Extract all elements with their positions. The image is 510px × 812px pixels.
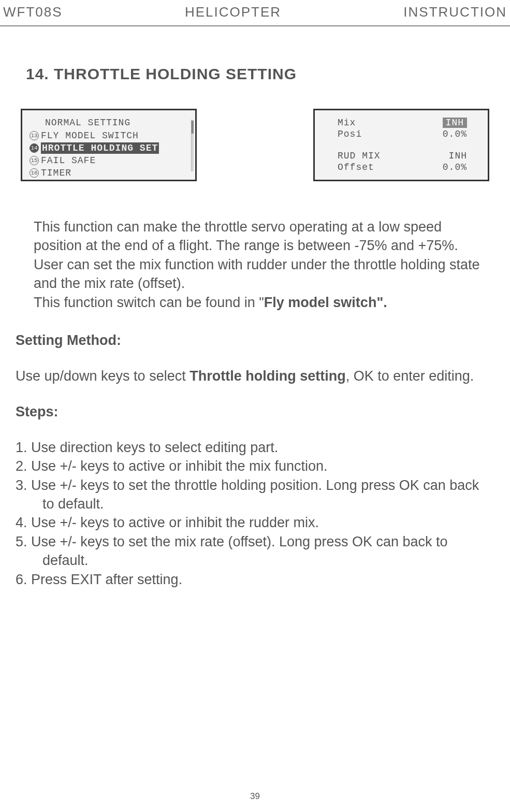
setting-method-heading: Setting Method: [16, 332, 494, 349]
menu-text: FLY MODEL SWITCH [41, 130, 139, 141]
menu-text-selected: HROTTLE HOLDING SET [41, 142, 159, 154]
setting-value: INH [449, 151, 467, 161]
menu-text: TIMER [41, 167, 71, 179]
setting-row-offset: Offset 0.0% [322, 162, 483, 172]
setting-label: Posi [338, 129, 362, 139]
setting-method-text: Use up/down keys to select Throttle hold… [16, 367, 494, 385]
menu-item-15: 15 FAIL SAFE [30, 155, 190, 166]
description-p3a: This function switch can be found in " [34, 295, 264, 310]
menu-item-13: 13 FLY MODEL SWITCH [30, 130, 190, 141]
description-p3c: ". [376, 295, 387, 310]
step-6: 6. Press EXIT after setting. [16, 570, 494, 589]
step-1: 1. Use direction keys to select editing … [16, 438, 494, 457]
lcd-screen-settings: Mix INH Posi 0.0% RUD MIX INH Offset 0.0… [313, 109, 489, 181]
step-3: 3. Use +/- keys to set the throttle hold… [16, 476, 494, 514]
instruction-part-a: Use up/down keys to select [16, 368, 190, 384]
step-4: 4. Use +/- keys to active or inhibit the… [16, 513, 494, 532]
menu-number-icon: 16 [30, 168, 39, 178]
scrollbar [191, 120, 193, 171]
menu-text: FAIL SAFE [41, 155, 96, 166]
setting-row-mix: Mix INH [322, 118, 483, 128]
setting-value-highlighted: INH [443, 118, 467, 128]
setting-label: Offset [338, 162, 374, 172]
scrollbar-thumb [192, 121, 194, 134]
setting-value: 0.0% [443, 162, 467, 172]
steps-list: 1. Use direction keys to select editing … [16, 438, 494, 589]
instruction-part-b: Throttle holding setting [190, 368, 345, 384]
menu-number-icon: 13 [30, 131, 39, 140]
setting-row-posi: Posi 0.0% [322, 129, 483, 139]
menu-item-16: 16 TIMER [30, 167, 190, 179]
description-p1: This function can make the throttle serv… [34, 219, 458, 253]
screen-menu-title: NORMAL SETTING [45, 118, 190, 128]
header-left: WFT08S [3, 4, 63, 20]
lcd-screen-menu: NORMAL SETTING 13 FLY MODEL SWITCH 14 HR… [21, 109, 197, 181]
section-title: 14. THROTTLE HOLDING SETTING [26, 65, 494, 83]
setting-row-spacer [322, 140, 483, 150]
instruction-part-c: , OK to enter editing. [346, 368, 474, 384]
step-5: 5. Use +/- keys to set the mix rate (off… [16, 532, 494, 570]
setting-row-rudmix: RUD MIX INH [322, 151, 483, 161]
setting-label: Mix [338, 118, 356, 128]
description-text: This function can make the throttle serv… [34, 218, 489, 312]
description-p2: User can set the mix function with rudde… [34, 257, 479, 291]
setting-value: 0.0% [443, 129, 467, 139]
content-area: 14. THROTTLE HOLDING SETTING NORMAL SETT… [0, 65, 510, 589]
menu-number-icon: 14 [30, 143, 39, 153]
page-number: 39 [250, 791, 260, 802]
step-2: 2. Use +/- keys to active or inhibit the… [16, 457, 494, 475]
setting-label: RUD MIX [338, 151, 381, 161]
header-right: INSTRUCTION [403, 4, 507, 20]
menu-item-14: 14 HROTTLE HOLDING SET [30, 142, 190, 154]
header-center: HELICOPTER [185, 4, 281, 20]
lcd-screens-row: NORMAL SETTING 13 FLY MODEL SWITCH 14 HR… [21, 109, 489, 181]
description-p3b: Fly model switch [264, 295, 377, 310]
steps-heading: Steps: [16, 404, 494, 420]
menu-number-icon: 15 [30, 156, 39, 165]
page-header: WFT08S HELICOPTER INSTRUCTION [0, 0, 510, 26]
